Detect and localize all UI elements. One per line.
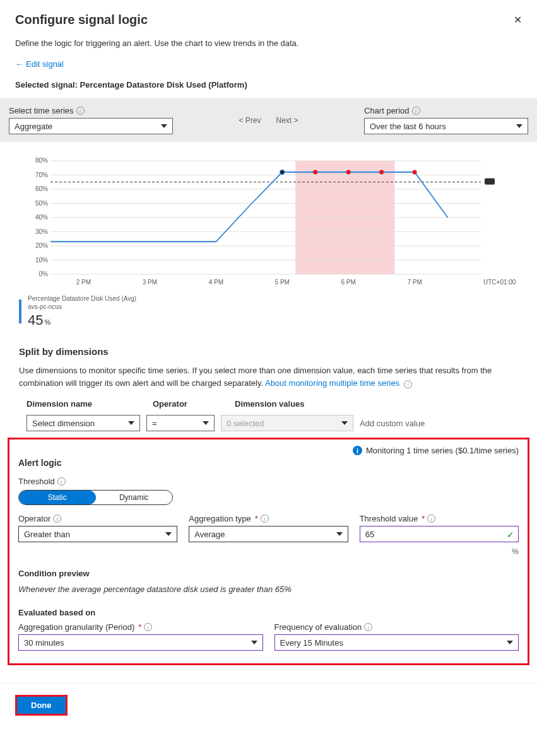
svg-text:20%: 20% xyxy=(35,242,48,249)
arrow-left-icon: ← xyxy=(15,59,23,69)
dimension-values-select[interactable]: 0 selected xyxy=(221,415,353,431)
operator-label: Operator xyxy=(18,514,50,523)
svg-point-28 xyxy=(313,170,317,175)
svg-point-31 xyxy=(413,170,417,175)
frequency-select[interactable]: Every 15 Minutes xyxy=(274,634,519,651)
done-button[interactable]: Done xyxy=(17,697,66,714)
svg-text:UTC+01:00: UTC+01:00 xyxy=(483,279,516,286)
chart-period-label: Chart period xyxy=(364,106,410,115)
col-dimension-values: Dimension values xyxy=(235,399,518,409)
svg-point-30 xyxy=(379,170,384,175)
info-icon[interactable]: i xyxy=(57,477,66,486)
dimension-name-select[interactable]: Select dimension xyxy=(27,415,140,431)
info-icon[interactable]: i xyxy=(144,623,152,631)
evaluated-heading: Evaluated based on xyxy=(18,608,519,617)
svg-text:6 PM: 6 PM xyxy=(341,279,355,286)
aggregation-select[interactable]: Average xyxy=(189,526,348,542)
threshold-value-label: Threshold value xyxy=(360,514,418,523)
info-icon[interactable]: i xyxy=(427,515,435,523)
svg-point-29 xyxy=(346,170,351,175)
svg-text:70%: 70% xyxy=(35,172,48,178)
close-icon[interactable]: ✕ xyxy=(514,14,522,26)
threshold-value-input[interactable]: 65 ✓ xyxy=(360,526,519,542)
svg-text:40%: 40% xyxy=(35,214,48,221)
svg-text:60%: 60% xyxy=(35,185,48,192)
time-series-select[interactable]: Aggregate xyxy=(9,118,173,134)
prev-button[interactable]: < Prev xyxy=(239,116,261,125)
svg-rect-32 xyxy=(485,178,495,185)
chart-period-select[interactable]: Over the last 6 hours xyxy=(364,118,528,134)
metric-chart: 0%10%20%30%40%50%60%70%80%2 PM3 PM4 PM5 … xyxy=(33,161,518,287)
page-description: Define the logic for triggering an alert… xyxy=(15,38,522,48)
col-dimension-name: Dimension name xyxy=(27,399,153,409)
col-operator: Operator xyxy=(153,399,235,409)
threshold-label: Threshold xyxy=(18,477,55,486)
toggle-static[interactable]: Static xyxy=(19,491,96,504)
check-icon: ✓ xyxy=(507,530,514,540)
condition-preview-text: Whenever the average percentage datastor… xyxy=(18,584,519,594)
granularity-select[interactable]: 30 minutes xyxy=(18,634,263,651)
dimension-operator-select[interactable]: = xyxy=(146,415,215,431)
time-series-label: Select time series xyxy=(9,106,74,115)
info-icon[interactable]: i xyxy=(261,515,269,523)
svg-text:0%: 0% xyxy=(39,270,49,277)
svg-text:5 PM: 5 PM xyxy=(275,279,290,286)
page-title: Configure signal logic xyxy=(15,13,148,27)
frequency-label: Frequency of evaluation xyxy=(274,622,362,632)
add-custom-value-link[interactable]: Add custom value xyxy=(360,419,425,428)
info-icon[interactable]: i xyxy=(412,107,420,115)
dimensions-learn-more-link[interactable]: About monitoring multiple time series xyxy=(265,378,399,388)
svg-text:30%: 30% xyxy=(35,228,48,235)
svg-text:80%: 80% xyxy=(35,157,48,164)
next-button[interactable]: Next > xyxy=(276,116,298,125)
monitoring-cost-text: Monitoring 1 time series ($0.1/time seri… xyxy=(366,446,519,455)
chart-legend: Percentage Datastore Disk Used (Avg) avs… xyxy=(19,294,518,329)
info-icon[interactable]: i xyxy=(364,623,372,631)
toggle-dynamic[interactable]: Dynamic xyxy=(96,491,173,504)
svg-point-27 xyxy=(280,170,285,175)
aggregation-label: Aggregation type xyxy=(189,514,251,523)
operator-select[interactable]: Greater than xyxy=(18,526,177,542)
svg-text:10%: 10% xyxy=(35,257,48,264)
svg-text:50%: 50% xyxy=(35,200,48,207)
selected-signal: Selected signal: Percentage Datastore Di… xyxy=(15,80,522,90)
alert-logic-heading: Alert logic xyxy=(18,458,519,468)
dimensions-description: Use dimensions to monitor specific time … xyxy=(19,364,518,389)
edit-signal-link[interactable]: ← Edit signal xyxy=(15,59,522,69)
svg-text:4 PM: 4 PM xyxy=(209,279,223,286)
svg-text:7 PM: 7 PM xyxy=(407,279,422,286)
info-icon[interactable]: i xyxy=(76,107,85,115)
info-icon: i xyxy=(353,446,362,455)
svg-text:2 PM: 2 PM xyxy=(76,279,91,286)
threshold-toggle[interactable]: Static Dynamic xyxy=(18,490,173,505)
granularity-label: Aggregation granularity (Period) xyxy=(18,622,134,632)
info-icon[interactable]: i xyxy=(404,380,412,388)
info-icon[interactable]: i xyxy=(53,515,61,523)
condition-preview-heading: Condition preview xyxy=(18,569,519,578)
svg-text:3 PM: 3 PM xyxy=(143,279,157,286)
dimensions-heading: Split by dimensions xyxy=(19,346,518,357)
